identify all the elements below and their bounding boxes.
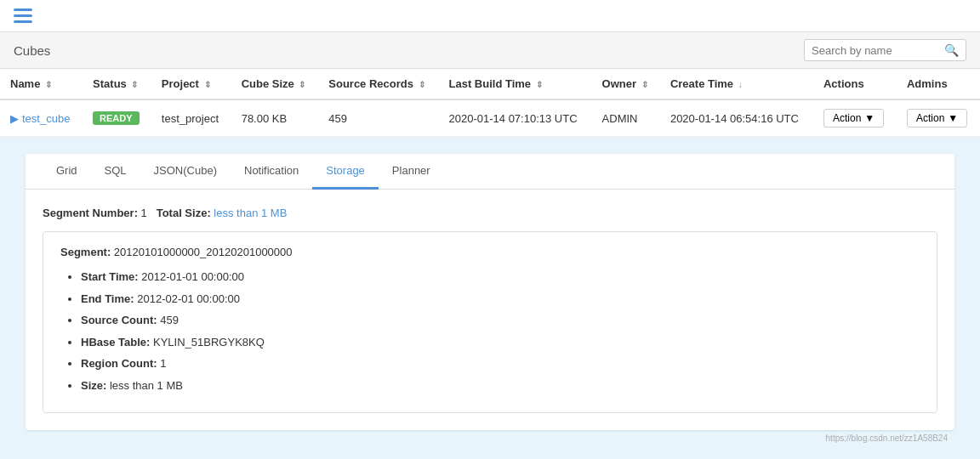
cell-admins: Action ▼ [897, 99, 980, 137]
watermark: https://blog.csdn.net/zz1A58B24 [26, 430, 954, 446]
col-project[interactable]: Project ⇕ [151, 69, 231, 99]
list-item-source-count: Source Count: 459 [81, 312, 920, 329]
cubes-table-container: Name ⇕ Status ⇕ Project ⇕ Cube Size ⇕ So… [0, 69, 980, 137]
cell-status: READY [83, 99, 151, 137]
cell-cube-size: 78.00 KB [231, 99, 319, 137]
admins-button[interactable]: Action ▼ [907, 109, 967, 128]
col-create-time[interactable]: Create Time ↓ [660, 69, 813, 99]
sort-icon-project: ⇕ [204, 80, 211, 89]
tab-planner[interactable]: Planner [379, 154, 444, 190]
cell-actions: Action ▼ [813, 99, 897, 137]
cell-last-build-time: 2020-01-14 07:10:13 UTC [439, 99, 592, 137]
cube-name-link[interactable]: ▶ test_cube [10, 112, 72, 125]
tab-notification[interactable]: Notification [231, 154, 312, 190]
cell-source-records: 459 [318, 99, 438, 137]
sort-icon-status: ⇕ [131, 80, 138, 89]
source-count-value: 459 [160, 314, 179, 326]
sort-icon-source-records: ⇕ [419, 80, 425, 89]
tab-storage[interactable]: Storage [312, 154, 379, 190]
col-actions: Actions [813, 69, 897, 99]
page-title: Cubes [14, 43, 50, 58]
total-size-value: less than 1 MB [214, 207, 287, 219]
search-icon: 🔍 [944, 43, 959, 57]
col-source-records[interactable]: Source Records ⇕ [318, 69, 438, 99]
segment-title: Segment: 20120101000000_20120201000000 [60, 246, 920, 258]
end-time-value: 2012-02-01 00:00:00 [137, 292, 240, 305]
admins-label: Action [916, 112, 944, 124]
hbase-table-label: HBase Table: [81, 336, 150, 348]
total-size-label: Total Size: [157, 207, 211, 219]
segment-title-label: Segment: [60, 246, 111, 258]
list-item-region-count: Region Count: 1 [81, 355, 920, 372]
cell-name: ▶ test_cube [0, 99, 83, 137]
status-badge: READY [93, 111, 140, 125]
col-last-build-time[interactable]: Last Build Time ⇕ [439, 69, 592, 99]
tabs-header: Grid SQL JSON(Cube) Notification Storage… [26, 154, 954, 190]
admins-dropdown-icon: ▼ [948, 112, 958, 124]
sort-icon-cube-size: ⇕ [299, 80, 305, 89]
tabs-container: Grid SQL JSON(Cube) Notification Storage… [26, 154, 954, 430]
cube-icon: ▶ [10, 112, 19, 125]
storage-tab-content: Segment Number: 1 Total Size: less than … [26, 190, 954, 430]
end-time-label: End Time: [81, 292, 134, 305]
list-item-size: Size: less than 1 MB [81, 377, 920, 394]
top-nav [0, 0, 980, 32]
action-button[interactable]: Action ▼ [823, 109, 884, 128]
col-owner[interactable]: Owner ⇕ [592, 69, 660, 99]
source-count-label: Source Count: [81, 314, 157, 326]
action-dropdown-icon: ▼ [864, 112, 875, 124]
hamburger-menu[interactable] [14, 8, 32, 23]
col-name[interactable]: Name ⇕ [0, 69, 83, 99]
cell-create-time: 2020-01-14 06:54:16 UTC [660, 99, 813, 137]
table-header-row: Name ⇕ Status ⇕ Project ⇕ Cube Size ⇕ So… [0, 69, 980, 99]
header-bar: Cubes 🔍 [0, 32, 980, 69]
segment-summary: Segment Number: 1 Total Size: less than … [43, 207, 937, 219]
tab-sql[interactable]: SQL [91, 154, 140, 190]
segment-number-label: Segment Number: [43, 207, 138, 219]
col-cube-size[interactable]: Cube Size ⇕ [231, 69, 319, 99]
start-time-label: Start Time: [81, 270, 139, 283]
region-count-label: Region Count: [81, 357, 157, 370]
size-value: less than 1 MB [110, 379, 183, 392]
start-time-value: 2012-01-01 00:00:00 [141, 270, 244, 283]
tab-json-cube[interactable]: JSON(Cube) [140, 154, 231, 190]
col-admins: Admins [897, 69, 980, 99]
list-item-start-time: Start Time: 2012-01-01 00:00:00 [81, 269, 920, 286]
list-item-hbase-table: HBase Table: KYLIN_51BRGYK8KQ [81, 334, 920, 351]
size-label: Size: [81, 379, 106, 392]
list-item-end-time: End Time: 2012-02-01 00:00:00 [81, 291, 920, 308]
col-status[interactable]: Status ⇕ [83, 69, 151, 99]
table-row: ▶ test_cube READY test_project 78.00 KB … [0, 99, 980, 137]
detail-panel: Grid SQL JSON(Cube) Notification Storage… [0, 137, 980, 459]
segment-card: Segment: 20120101000000_20120201000000 S… [43, 231, 937, 413]
sort-icon-owner: ⇕ [641, 80, 648, 89]
segment-title-value: 20120101000000_20120201000000 [114, 246, 293, 258]
segment-list: Start Time: 2012-01-01 00:00:00 End Time… [60, 269, 920, 394]
cubes-table: Name ⇕ Status ⇕ Project ⇕ Cube Size ⇕ So… [0, 69, 980, 137]
segment-number-value: 1 [141, 207, 147, 219]
action-label: Action [833, 112, 861, 124]
cell-project: test_project [151, 99, 231, 137]
cube-name-value: test_cube [22, 112, 70, 125]
sort-icon-last-build-time: ⇕ [536, 80, 543, 89]
sort-icon-name: ⇕ [45, 80, 52, 89]
tab-grid[interactable]: Grid [43, 154, 91, 190]
cell-owner: ADMIN [592, 99, 660, 137]
search-input[interactable] [812, 44, 939, 57]
sort-icon-create-time: ↓ [738, 80, 743, 89]
region-count-value: 1 [160, 357, 166, 370]
search-box: 🔍 [804, 39, 966, 61]
hbase-table-value: KYLIN_51BRGYK8KQ [153, 336, 265, 348]
